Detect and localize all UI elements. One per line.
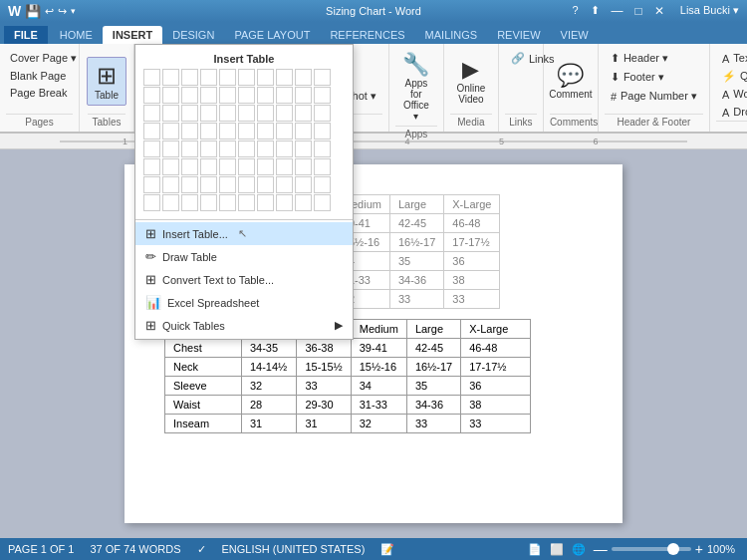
grid-cell[interactable] [295, 140, 312, 157]
grid-cell[interactable] [257, 176, 274, 193]
grid-cell[interactable] [162, 87, 179, 104]
maximize-btn[interactable]: □ [631, 4, 646, 18]
tab-mailings[interactable]: MAILINGS [415, 26, 488, 44]
tab-review[interactable]: REVIEW [487, 26, 550, 44]
grid-cell[interactable] [200, 176, 217, 193]
links-btn[interactable]: 🔗 Links [505, 50, 537, 67]
grid-cell[interactable] [257, 87, 274, 104]
grid-cell[interactable] [162, 105, 179, 122]
grid-cell[interactable] [295, 194, 312, 211]
table-btn[interactable]: ⊞ Table [87, 57, 126, 106]
grid-cell[interactable] [314, 69, 331, 86]
grid-cell[interactable] [181, 87, 198, 104]
view-fullscreen-icon[interactable]: ⬜ [550, 543, 564, 556]
draw-table-menu-item[interactable]: ✏ Draw Table [135, 245, 353, 268]
grid-cell[interactable] [238, 140, 255, 157]
grid-cell[interactable] [200, 194, 217, 211]
grid-cell[interactable] [181, 123, 198, 140]
grid-cell[interactable] [162, 69, 179, 86]
grid-cell[interactable] [276, 194, 293, 211]
excel-spreadsheet-menu-item[interactable]: 📊 Excel Spreadsheet [135, 291, 353, 314]
zoom-slider[interactable] [612, 547, 691, 551]
online-video-btn[interactable]: ▶ OnlineVideo [450, 53, 491, 109]
insert-table-menu-item[interactable]: ⊞ Insert Table... ↖ [135, 222, 353, 245]
grid-cell[interactable] [162, 158, 179, 175]
ribbon-collapse-btn[interactable]: ⬆ [587, 4, 604, 18]
undo-btn[interactable]: ↩ [45, 5, 54, 18]
grid-cell[interactable] [200, 158, 217, 175]
grid-cell[interactable] [143, 194, 160, 211]
zoom-level[interactable]: 100% [707, 543, 739, 555]
grid-cell[interactable] [257, 69, 274, 86]
footer-btn[interactable]: ⬇ Footer ▾ [605, 69, 703, 86]
page-break-btn[interactable]: Page Break [6, 85, 73, 101]
grid-cell[interactable] [143, 176, 160, 193]
grid-cell[interactable] [200, 105, 217, 122]
language-indicator[interactable]: ENGLISH (UNITED STATES) [222, 543, 366, 556]
grid-cell[interactable] [143, 123, 160, 140]
grid-cell[interactable] [219, 87, 236, 104]
quick-parts-btn[interactable]: ⚡ Quick Parts ▾ [716, 68, 747, 85]
tab-file[interactable]: FILE [4, 26, 48, 44]
grid-cell[interactable] [314, 176, 331, 193]
grid-cell[interactable] [238, 158, 255, 175]
text-box-btn[interactable]: A Text Box ▾ [716, 50, 747, 67]
grid-cell[interactable] [143, 105, 160, 122]
grid-cell[interactable] [200, 123, 217, 140]
customize-qa-btn[interactable]: ▾ [71, 6, 76, 16]
drop-cap-btn[interactable]: A Drop Cap ▾ [716, 104, 747, 121]
grid-cell[interactable] [181, 69, 198, 86]
spell-check-icon[interactable]: ✓ [197, 543, 206, 556]
grid-cell[interactable] [181, 176, 198, 193]
grid-cell[interactable] [238, 194, 255, 211]
apps-for-office-btn[interactable]: 🔧 Apps forOffice ▾ [395, 48, 437, 126]
blank-page-btn[interactable]: Blank Page [6, 68, 73, 84]
grid-cell[interactable] [181, 140, 198, 157]
minimize-btn[interactable]: — [608, 4, 627, 18]
view-web-icon[interactable]: 🌐 [572, 543, 586, 556]
grid-cell[interactable] [257, 140, 274, 157]
grid-cell[interactable] [276, 176, 293, 193]
grid-cell[interactable] [314, 123, 331, 140]
grid-cell[interactable] [143, 140, 160, 157]
grid-cell[interactable] [276, 69, 293, 86]
grid-cell[interactable] [314, 194, 331, 211]
grid-cell[interactable] [219, 105, 236, 122]
grid-cell[interactable] [295, 158, 312, 175]
grid-cell[interactable] [276, 87, 293, 104]
grid-cell[interactable] [143, 158, 160, 175]
grid-cell[interactable] [162, 176, 179, 193]
cover-page-btn[interactable]: Cover Page ▾ [6, 50, 73, 67]
wordart-btn[interactable]: A WordArt ▾ [716, 86, 747, 103]
grid-cell[interactable] [238, 176, 255, 193]
grid-cell[interactable] [276, 105, 293, 122]
close-btn[interactable]: ✕ [650, 4, 668, 18]
grid-cell[interactable] [257, 194, 274, 211]
grid-cell[interactable] [257, 158, 274, 175]
zoom-control[interactable]: — + 100% [594, 541, 739, 557]
grid-cell[interactable] [143, 69, 160, 86]
grid-cell[interactable] [295, 123, 312, 140]
page-number-btn[interactable]: # Page Number ▾ [605, 88, 703, 105]
help-btn[interactable]: ? [568, 4, 582, 18]
quick-tables-menu-item[interactable]: ⊞ Quick Tables ▶ [135, 314, 353, 337]
grid-cell[interactable] [276, 158, 293, 175]
grid-cell[interactable] [314, 105, 331, 122]
grid-cell[interactable] [314, 87, 331, 104]
tab-design[interactable]: DESIGN [162, 26, 224, 44]
quick-save-btn[interactable]: 💾 [25, 4, 41, 19]
tab-page-layout[interactable]: PAGE LAYOUT [224, 26, 320, 44]
grid-cell[interactable] [238, 123, 255, 140]
grid-cell[interactable] [314, 140, 331, 157]
grid-cell[interactable] [162, 123, 179, 140]
zoom-out-icon[interactable]: — [594, 541, 608, 557]
grid-cell[interactable] [257, 105, 274, 122]
grid-cell[interactable] [219, 123, 236, 140]
comment-btn[interactable]: 💬 Comment [550, 59, 592, 104]
grid-cell[interactable] [219, 194, 236, 211]
grid-cell[interactable] [181, 158, 198, 175]
grid-cell[interactable] [181, 105, 198, 122]
convert-text-table-menu-item[interactable]: ⊞ Convert Text to Table... [135, 268, 353, 291]
zoom-in-icon[interactable]: + [695, 541, 703, 557]
grid-cell[interactable] [219, 176, 236, 193]
